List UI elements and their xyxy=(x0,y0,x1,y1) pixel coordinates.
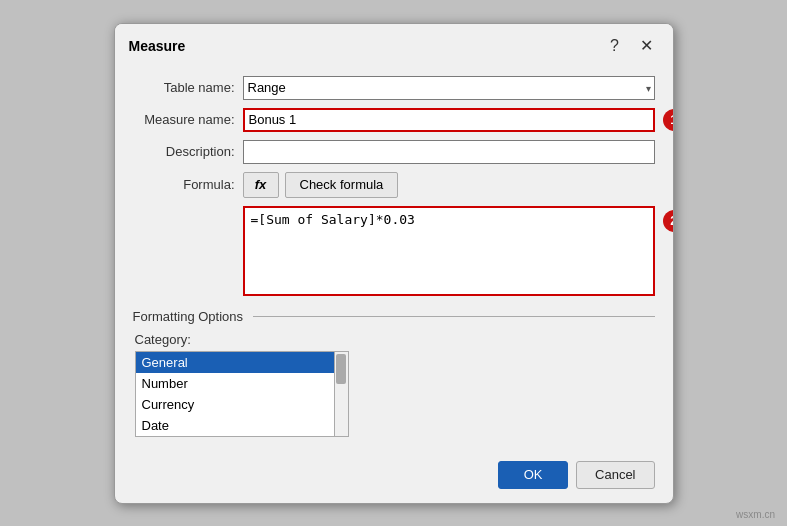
ok-button[interactable]: OK xyxy=(498,461,568,489)
category-item-date[interactable]: Date xyxy=(136,415,334,436)
title-bar-buttons: ? ✕ xyxy=(603,34,659,58)
close-button[interactable]: ✕ xyxy=(635,34,659,58)
table-name-row: Table name: Range ▾ xyxy=(133,76,655,100)
table-name-dropdown-wrapper: Range ▾ xyxy=(243,76,655,100)
measure-dialog: Measure ? ✕ Table name: Range ▾ Measure … xyxy=(114,23,674,504)
description-input[interactable] xyxy=(243,140,655,164)
help-button[interactable]: ? xyxy=(603,34,627,58)
table-name-select[interactable]: Range xyxy=(243,76,655,100)
description-row: Description: xyxy=(133,140,655,164)
category-scrollbar[interactable] xyxy=(335,351,349,437)
table-name-label: Table name: xyxy=(133,80,243,95)
formula-area-wrapper: =[Sum of Salary]*0.03 2 xyxy=(243,206,655,299)
measure-name-input[interactable] xyxy=(243,108,655,132)
dialog-footer: OK Cancel xyxy=(115,451,673,503)
category-item-currency[interactable]: Currency xyxy=(136,394,334,415)
scrollbar-thumb xyxy=(336,354,346,384)
badge-2: 2 xyxy=(663,210,674,232)
badge-1: 1 xyxy=(663,109,674,131)
formula-label: Formula: xyxy=(133,177,243,192)
description-label: Description: xyxy=(133,144,243,159)
fx-button[interactable]: fx xyxy=(243,172,279,198)
category-listbox-wrapper: General Number Currency Date xyxy=(135,351,655,437)
dialog-body: Table name: Range ▾ Measure name: 1 Desc… xyxy=(115,64,673,451)
measure-name-row: Measure name: 1 xyxy=(133,108,655,132)
formatting-section-divider: Formatting Options xyxy=(133,309,655,324)
cancel-button[interactable]: Cancel xyxy=(576,461,654,489)
formatting-section-label: Formatting Options xyxy=(133,309,244,324)
category-item-general[interactable]: General xyxy=(136,352,334,373)
check-formula-button[interactable]: Check formula xyxy=(285,172,399,198)
formula-textarea[interactable]: =[Sum of Salary]*0.03 xyxy=(243,206,655,296)
measure-name-label: Measure name: xyxy=(133,112,243,127)
category-item-number[interactable]: Number xyxy=(136,373,334,394)
formula-row: Formula: fx Check formula xyxy=(133,172,655,198)
dialog-title-area: Measure xyxy=(129,38,186,54)
category-listbox: General Number Currency Date xyxy=(135,351,335,437)
title-bar: Measure ? ✕ xyxy=(115,24,673,64)
divider-line xyxy=(253,316,654,317)
category-label: Category: xyxy=(135,332,655,347)
measure-name-wrapper: 1 xyxy=(243,108,655,132)
watermark: wsxm.cn xyxy=(736,509,775,520)
dialog-title: Measure xyxy=(129,38,186,54)
